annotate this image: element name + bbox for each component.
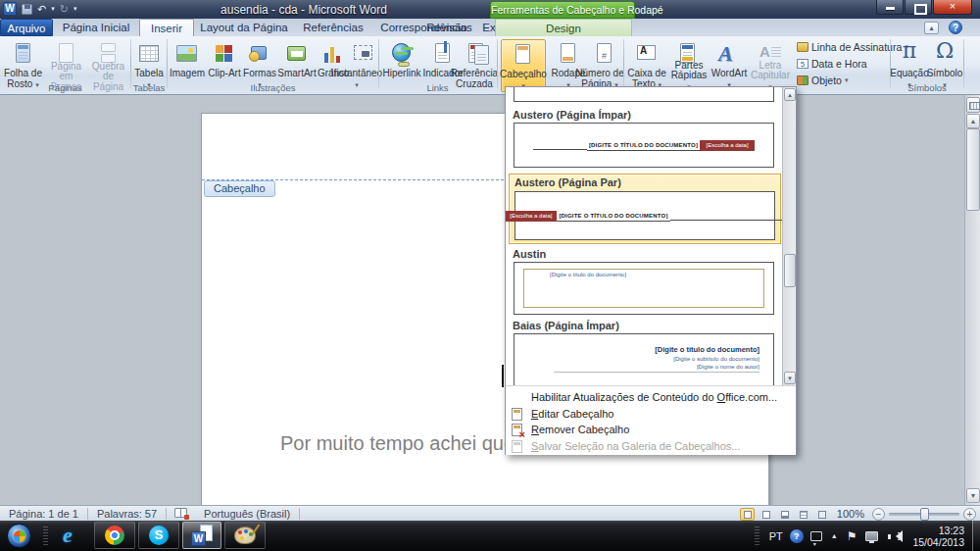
taskbar-grip bbox=[43, 526, 48, 545]
preview-rule bbox=[533, 149, 587, 150]
document-area: Cabeçalho Por muito tempo achei que E la… bbox=[0, 95, 980, 505]
group-cabecalho-rodape: Cabeçalho▾ Rodapé▾ # Número de Página ▾ bbox=[498, 38, 622, 93]
menu-item-enable-office-updates[interactable]: Habilitar Atualizações de Conteúdo do Of… bbox=[506, 389, 796, 406]
header-gallery-dropdown: Austero (Página Ímpar) [DIGITE O TÍTULO … bbox=[505, 86, 797, 455]
drop-cap-button[interactable]: A Letra Capitular ▾ bbox=[750, 39, 791, 92]
tray-app-icon[interactable] bbox=[810, 531, 822, 541]
menu-item-save-selection-to-gallery[interactable]: Salvar Seleção na Galeria de Cabeçalhos.… bbox=[506, 438, 796, 455]
zoom-out-icon[interactable]: − bbox=[872, 508, 885, 521]
maximize-button[interactable] bbox=[905, 0, 932, 15]
clock[interactable]: 13:23 15/04/2013 bbox=[906, 525, 972, 548]
zoom-in-icon[interactable]: + bbox=[963, 508, 976, 521]
preview-subtitle: [Digite o subtítulo do documento] bbox=[514, 356, 760, 362]
chrome-taskbar-button[interactable] bbox=[94, 522, 135, 549]
gallery-item-partial-preview[interactable] bbox=[514, 87, 774, 102]
windows-flag-icon bbox=[14, 530, 25, 542]
gallery-item-austero-impar[interactable]: [DIGITE O TÍTULO DO DOCUMENTO] [Escolha … bbox=[514, 123, 774, 168]
proofing-error-icon[interactable] bbox=[174, 508, 187, 518]
group-label-ilustracoes: Ilustrações bbox=[168, 82, 378, 93]
tab-inserir[interactable]: Inserir bbox=[139, 19, 194, 36]
text-box-button[interactable]: Caixa de Texto ▾ bbox=[626, 39, 667, 92]
word-count-indicator[interactable]: Palavras: 57 bbox=[88, 507, 166, 522]
redo-icon[interactable]: ↻ bbox=[60, 2, 69, 16]
gallery-item-austin[interactable]: [Digite o título do documento] bbox=[514, 262, 774, 315]
paint-taskbar-button[interactable] bbox=[224, 522, 266, 549]
undo-dropdown-icon[interactable]: ▾ bbox=[51, 2, 55, 16]
group-simbolos: π Equação▾ Ω Símbolo▾ Símbolos bbox=[891, 38, 963, 93]
qat-customize-icon[interactable]: ▾ bbox=[74, 2, 77, 16]
volume-icon[interactable] bbox=[888, 530, 902, 542]
gallery-scroll-down-button[interactable]: ▼ bbox=[784, 372, 796, 384]
date-time-button[interactable]: 5 Data e Hora bbox=[797, 58, 867, 70]
action-center-flag-icon[interactable]: ⚑ bbox=[843, 529, 861, 543]
group-texto: Caixa de Texto ▾ Partes Rápidas ▾ A Word… bbox=[624, 38, 889, 93]
internet-explorer-icon[interactable]: e bbox=[63, 524, 73, 547]
tab-referencias[interactable]: Referências bbox=[294, 19, 372, 36]
group-label-paginas: Páginas bbox=[0, 82, 130, 93]
show-desktop-button[interactable] bbox=[972, 521, 980, 551]
menu-item-remove-header[interactable]: × Remover Cabeçalho bbox=[506, 422, 796, 438]
table-icon bbox=[136, 41, 162, 67]
help-icon[interactable]: ? bbox=[949, 21, 962, 34]
tab-revisao[interactable]: Revisão bbox=[418, 19, 475, 36]
print-layout-view-button[interactable] bbox=[740, 508, 755, 521]
wordart-button[interactable]: A WordArt▾ bbox=[710, 39, 748, 92]
group-label-links: Links bbox=[379, 82, 496, 93]
fullscreen-reading-view-button[interactable] bbox=[759, 508, 773, 521]
chain-icon bbox=[398, 62, 410, 67]
page-number-icon: # bbox=[592, 41, 617, 67]
gallery-scroll-up-button[interactable]: ▲ bbox=[784, 88, 796, 101]
draft-view-button[interactable] bbox=[814, 508, 829, 521]
language-indicator[interactable]: Português (Brasil) bbox=[195, 507, 299, 522]
object-icon bbox=[797, 75, 808, 85]
word-logo-icon[interactable]: W bbox=[3, 2, 17, 16]
tab-arquivo[interactable]: Arquivo bbox=[0, 19, 53, 36]
scroll-down-button[interactable]: ▼ bbox=[966, 488, 980, 503]
preview-title: [DIGITE O TÍTULO DO DOCUMENTO] bbox=[557, 213, 669, 222]
zoom-slider-thumb[interactable] bbox=[920, 508, 929, 521]
tab-design[interactable]: Design bbox=[495, 19, 632, 36]
skype-taskbar-button[interactable]: S bbox=[138, 522, 179, 549]
gallery-item-baias[interactable]: [Digite o título do documento] [Digite o… bbox=[514, 333, 774, 385]
gallery-item-austero-par-selected[interactable]: Austero (Página Par) [Escolha a data] [D… bbox=[509, 174, 781, 244]
status-bar: Página: 1 de 1 Palavras: 57 Português (B… bbox=[0, 505, 980, 521]
screenshot-icon bbox=[351, 41, 376, 67]
menu-item-edit-header[interactable]: Editar Cabeçalho bbox=[506, 406, 796, 423]
equation-icon: π bbox=[897, 41, 922, 67]
network-icon[interactable] bbox=[865, 531, 878, 541]
save-icon[interactable] bbox=[22, 4, 32, 15]
gallery-scrollbar[interactable]: ▲ ▼ bbox=[782, 87, 796, 385]
zoom-slider[interactable] bbox=[889, 513, 959, 516]
language-tray-indicator[interactable]: PT bbox=[765, 530, 787, 542]
ruler-toggle-button[interactable] bbox=[966, 97, 980, 113]
gallery-scroll-thumb[interactable] bbox=[784, 254, 796, 287]
remove-header-icon: × bbox=[512, 424, 522, 436]
vertical-scrollbar[interactable]: ▲ ▼ bbox=[964, 95, 980, 505]
zoom-level[interactable]: 100% bbox=[833, 508, 868, 520]
tab-pagina-inicial[interactable]: Página Inicial bbox=[53, 19, 139, 36]
page-number-button[interactable]: # Número de Página ▾ bbox=[589, 39, 620, 92]
bookmark-icon bbox=[430, 41, 456, 67]
word-taskbar-button[interactable]: W bbox=[182, 522, 221, 549]
quick-parts-button[interactable]: Partes Rápidas ▾ bbox=[669, 39, 709, 92]
text-cursor bbox=[502, 365, 504, 387]
close-button[interactable]: × bbox=[933, 0, 972, 15]
start-button[interactable] bbox=[7, 524, 31, 548]
web-layout-view-button[interactable] bbox=[777, 508, 792, 521]
window-controls: × bbox=[875, 0, 972, 15]
help-tray-icon[interactable]: ? bbox=[790, 529, 804, 543]
header-button[interactable]: Cabeçalho▾ bbox=[501, 39, 546, 92]
gallery-item-name: Austero (Página Par) bbox=[514, 176, 621, 188]
page-count-indicator[interactable]: Página: 1 de 1 bbox=[0, 507, 87, 522]
save-selection-icon bbox=[512, 440, 522, 453]
minimize-button[interactable] bbox=[876, 0, 904, 15]
hidden-icons-chevron[interactable]: ▲ bbox=[826, 532, 843, 539]
collapse-ribbon-icon[interactable]: ▴ bbox=[924, 22, 939, 34]
tab-layout-da-pagina[interactable]: Layout da Página bbox=[194, 19, 294, 36]
scroll-thumb[interactable] bbox=[966, 128, 980, 211]
object-button[interactable]: Objeto▾ bbox=[797, 75, 848, 86]
scroll-up-button[interactable]: ▲ bbox=[966, 114, 980, 128]
undo-icon[interactable]: ↶ bbox=[37, 2, 46, 16]
preview-title: [Digite o título do documento] bbox=[514, 345, 760, 354]
outline-view-button[interactable] bbox=[796, 508, 810, 521]
